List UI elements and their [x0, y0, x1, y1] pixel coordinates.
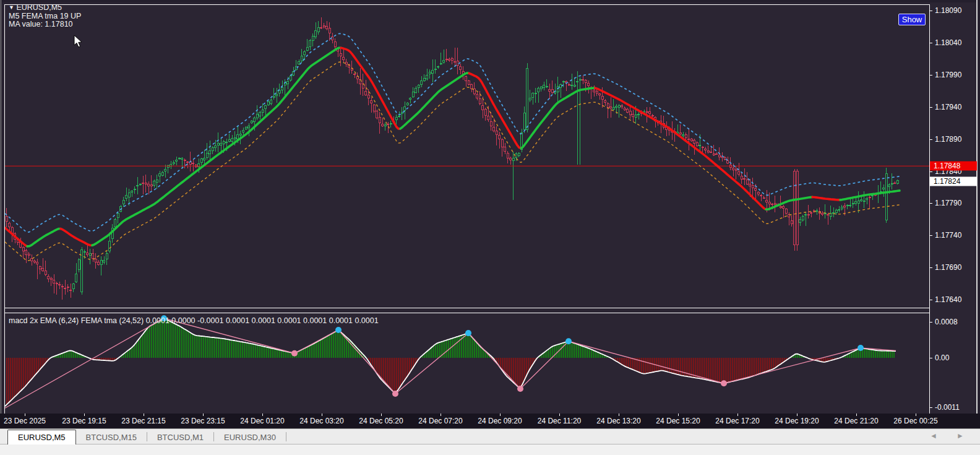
macd-bar-positive [559, 344, 561, 358]
macd-bar-positive [572, 342, 574, 358]
candle-bear [551, 90, 553, 92]
macd-bar-negative [726, 358, 728, 383]
macd-bar-negative [723, 358, 724, 383]
macd-bar-positive [884, 351, 885, 358]
macd-bar-negative [38, 358, 39, 372]
macd-bar-negative [663, 358, 664, 371]
candle-bull [215, 146, 217, 148]
candle-bull [220, 144, 222, 145]
macd-bar-positive [433, 346, 434, 358]
macd-bar-positive [853, 352, 854, 358]
macd-bar-negative [396, 358, 397, 393]
chart-tab-btcusd-m1[interactable]: BTCUSD,M1 [147, 430, 213, 444]
chart-tab-eurusd-m5[interactable]: EURUSD,M5 [7, 430, 76, 444]
time-tick-label: 24 Dec 05:20 [359, 417, 403, 425]
macd-bar-positive [166, 319, 167, 358]
macd-bar-negative [765, 358, 767, 372]
macd-bar-positive [199, 336, 200, 358]
candle-bull [103, 261, 105, 262]
candle-bear [760, 195, 762, 196]
macd-bar-negative [660, 358, 661, 371]
main-price-chart[interactable] [5, 5, 929, 308]
macd-bar-positive [331, 334, 332, 358]
candle-bull [226, 142, 228, 143]
candle-bull [546, 86, 548, 87]
candle-bull [802, 217, 804, 220]
macd-bar-negative [400, 358, 401, 388]
price-tick-label: 1.17740 [935, 231, 961, 240]
macd-indicator-chart[interactable] [5, 313, 929, 414]
macd-bar-positive [221, 339, 223, 358]
macd-bar-positive [129, 350, 130, 358]
candle-bull [204, 158, 205, 160]
candle-bull [682, 134, 684, 136]
candle-bear [688, 139, 690, 139]
chart-tab-eurusd-m30[interactable]: EURUSD,M30 [214, 430, 286, 444]
macd-bar-negative [732, 358, 733, 381]
macd-bar-negative [617, 358, 618, 362]
macd-bar-positive [316, 342, 317, 358]
macd-bar-negative [724, 358, 726, 383]
macd-bar-positive [134, 345, 135, 358]
macd-bar-positive [251, 344, 252, 358]
candle-bear [64, 288, 66, 288]
candle-bull [273, 96, 275, 97]
ma-segment-up [766, 197, 812, 209]
macd-bar-positive [212, 337, 213, 358]
tab-scroll-right-icon[interactable]: ► [956, 431, 973, 440]
candle-bull [309, 40, 311, 46]
price-tick-mark [929, 300, 932, 300]
candle-bull [212, 148, 213, 151]
candle-bull [404, 106, 406, 110]
candle-bull [540, 87, 542, 89]
macd-bar-negative [513, 358, 514, 382]
candle-bull [231, 139, 233, 141]
macd-bar-negative [771, 358, 772, 370]
macd-bar-positive [147, 329, 148, 358]
candle-bull [390, 124, 392, 124]
candle-bull [109, 241, 111, 251]
time-tick-mark [797, 414, 797, 416]
candle-bull [234, 138, 236, 139]
macd-bar-negative [389, 358, 390, 387]
candle-bull [535, 93, 536, 93]
macd-bar-positive [262, 346, 264, 358]
candle-bear [326, 26, 328, 29]
macd-bar-negative [522, 358, 523, 385]
candle-bull [443, 61, 445, 63]
macd-bar-negative [734, 358, 735, 381]
candle-bull [395, 117, 397, 119]
price-tick-label: 1.18090 [935, 6, 961, 15]
candle-bear [733, 168, 734, 170]
candle-bear [95, 259, 97, 262]
candle-bull [863, 201, 865, 202]
macd-bar-positive [138, 340, 139, 358]
macd-bar-positive [151, 326, 152, 358]
macd-bar-positive [218, 338, 219, 358]
macd-bar-positive [470, 336, 471, 358]
tab-scroll-left-icon[interactable]: ◄ [930, 431, 946, 440]
show-button[interactable]: Show [898, 14, 926, 25]
macd-bar-negative [750, 358, 752, 377]
candle-bull [612, 108, 614, 109]
candle-bull [72, 284, 74, 289]
macd-bar-positive [136, 343, 137, 358]
macd-bar-positive [453, 338, 455, 358]
symbol-dropdown-icon[interactable]: ▼ [9, 4, 14, 11]
macd-bar-negative [403, 358, 405, 382]
candle-bull [137, 186, 139, 186]
macd-bar-positive [446, 340, 447, 358]
price-tick-mark [929, 358, 932, 358]
time-tick-mark [916, 414, 916, 416]
macd-bar-positive [298, 352, 299, 358]
chart-tab-btcusd-m15[interactable]: BTCUSD,M15 [76, 430, 147, 444]
macd-bar-negative [743, 358, 744, 379]
macd-bar-negative [398, 358, 399, 390]
macd-bar-positive [236, 341, 238, 358]
macd-bar-negative [626, 358, 627, 367]
candle-bull [523, 113, 525, 130]
time-tick-label: 23 Dec 23:15 [181, 417, 225, 425]
macd-bar-negative [775, 358, 776, 368]
candle-bull [833, 212, 835, 213]
macd-bar-positive [309, 346, 310, 358]
